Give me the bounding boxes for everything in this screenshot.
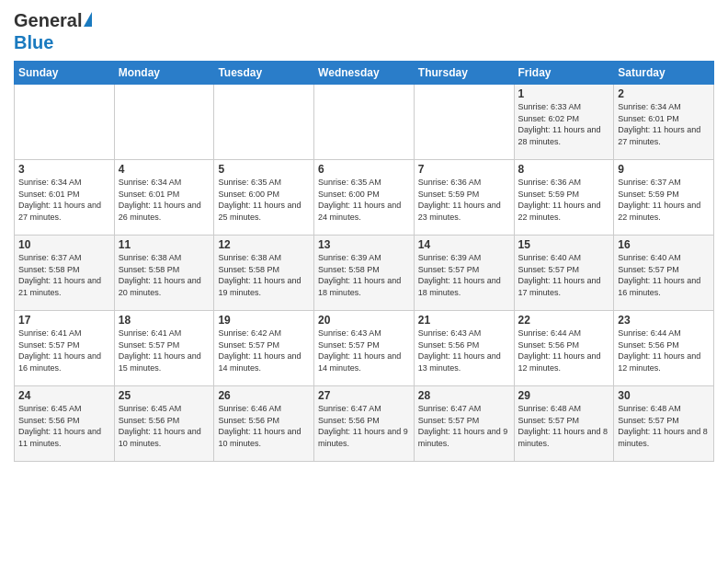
info-line: Sunrise: 6:35 AM (218, 177, 310, 189)
day-info: Sunrise: 6:44 AMSunset: 5:56 PMDaylight:… (618, 327, 710, 373)
day-info: Sunrise: 6:34 AMSunset: 6:01 PMDaylight:… (618, 101, 710, 147)
day-info: Sunrise: 6:39 AMSunset: 5:57 PMDaylight:… (418, 252, 510, 298)
day-number: 7 (418, 163, 510, 176)
info-line: Sunrise: 6:34 AM (618, 101, 710, 113)
info-line: Daylight: 11 hours and 12 minutes. (518, 350, 610, 373)
calendar-cell: 24Sunrise: 6:45 AMSunset: 5:56 PMDayligh… (15, 386, 115, 462)
day-number: 20 (318, 314, 410, 327)
day-info: Sunrise: 6:45 AMSunset: 5:56 PMDaylight:… (18, 403, 110, 449)
day-info: Sunrise: 6:48 AMSunset: 5:57 PMDaylight:… (518, 403, 610, 449)
calendar-cell: 28Sunrise: 6:47 AMSunset: 5:57 PMDayligh… (414, 386, 514, 462)
info-line: Daylight: 11 hours and 24 minutes. (318, 200, 410, 223)
calendar-cell: 7Sunrise: 6:36 AMSunset: 5:59 PMDaylight… (414, 160, 514, 236)
calendar-cell: 8Sunrise: 6:36 AMSunset: 5:59 PMDaylight… (514, 160, 614, 236)
info-line: Sunrise: 6:35 AM (318, 177, 410, 189)
info-line: Sunrise: 6:45 AM (18, 403, 110, 415)
day-info: Sunrise: 6:41 AMSunset: 5:57 PMDaylight:… (119, 327, 210, 373)
info-line: Sunrise: 6:38 AM (218, 252, 310, 264)
day-info: Sunrise: 6:43 AMSunset: 5:57 PMDaylight:… (318, 327, 410, 373)
info-line: Sunrise: 6:48 AM (518, 403, 610, 415)
calendar-cell: 5Sunrise: 6:35 AMSunset: 6:00 PMDaylight… (214, 160, 314, 236)
header: General Blue (14, 9, 714, 53)
day-info: Sunrise: 6:34 AMSunset: 6:01 PMDaylight:… (119, 177, 210, 223)
day-info: Sunrise: 6:41 AMSunset: 5:57 PMDaylight:… (18, 327, 110, 373)
day-number: 21 (418, 314, 510, 327)
calendar-cell: 16Sunrise: 6:40 AMSunset: 5:57 PMDayligh… (614, 236, 714, 311)
info-line: Sunset: 5:57 PM (418, 415, 510, 427)
calendar-cell: 25Sunrise: 6:45 AMSunset: 5:56 PMDayligh… (114, 386, 214, 462)
info-line: Daylight: 11 hours and 11 minutes. (18, 426, 110, 449)
info-line: Daylight: 11 hours and 16 minutes. (18, 350, 110, 373)
calendar-cell: 6Sunrise: 6:35 AMSunset: 6:00 PMDaylight… (314, 160, 415, 236)
info-line: Daylight: 11 hours and 23 minutes. (418, 200, 510, 223)
calendar-cell: 1Sunrise: 6:33 AMSunset: 6:02 PMDaylight… (514, 85, 614, 160)
day-info: Sunrise: 6:35 AMSunset: 6:00 PMDaylight:… (218, 177, 310, 223)
day-number: 4 (119, 163, 210, 176)
calendar-cell: 29Sunrise: 6:48 AMSunset: 5:57 PMDayligh… (514, 386, 614, 462)
info-line: Daylight: 11 hours and 22 minutes. (518, 200, 610, 223)
info-line: Sunrise: 6:36 AM (518, 177, 610, 189)
page-container: General Blue SundayMondayTuesdayWednesda… (0, 0, 728, 471)
info-line: Daylight: 11 hours and 15 minutes. (119, 350, 210, 373)
header-row: SundayMondayTuesdayWednesdayThursdayFrid… (15, 62, 714, 85)
day-number: 30 (618, 389, 710, 402)
day-number: 12 (218, 238, 310, 251)
day-info: Sunrise: 6:44 AMSunset: 5:56 PMDaylight:… (518, 327, 610, 373)
info-line: Sunset: 5:56 PM (218, 415, 310, 427)
info-line: Sunrise: 6:48 AM (618, 403, 710, 415)
header-day: Saturday (614, 62, 714, 85)
info-line: Daylight: 11 hours and 22 minutes. (618, 200, 710, 223)
info-line: Sunset: 5:57 PM (618, 264, 710, 276)
day-info: Sunrise: 6:33 AMSunset: 6:02 PMDaylight:… (518, 101, 610, 147)
day-number: 29 (518, 389, 610, 402)
day-number: 26 (218, 389, 310, 402)
info-line: Daylight: 11 hours and 13 minutes. (418, 350, 510, 373)
info-line: Sunset: 5:56 PM (18, 415, 110, 427)
info-line: Daylight: 11 hours and 8 minutes. (618, 426, 710, 449)
info-line: Daylight: 11 hours and 25 minutes. (218, 200, 310, 223)
info-line: Daylight: 11 hours and 21 minutes. (18, 275, 110, 298)
info-line: Sunrise: 6:37 AM (18, 252, 110, 264)
header-day: Thursday (414, 62, 514, 85)
day-number: 17 (18, 314, 110, 327)
info-line: Sunset: 5:57 PM (119, 339, 210, 351)
info-line: Sunrise: 6:41 AM (18, 327, 110, 339)
day-number: 22 (518, 314, 610, 327)
info-line: Daylight: 11 hours and 28 minutes. (518, 124, 610, 147)
day-number: 6 (318, 163, 410, 176)
day-info: Sunrise: 6:40 AMSunset: 5:57 PMDaylight:… (618, 252, 710, 298)
info-line: Sunset: 6:01 PM (119, 189, 210, 201)
calendar-cell: 2Sunrise: 6:34 AMSunset: 6:01 PMDaylight… (614, 85, 714, 160)
day-info: Sunrise: 6:42 AMSunset: 5:57 PMDaylight:… (218, 327, 310, 373)
info-line: Sunrise: 6:42 AM (218, 327, 310, 339)
info-line: Sunset: 5:59 PM (418, 189, 510, 201)
info-line: Sunrise: 6:34 AM (119, 177, 210, 189)
calendar-cell: 10Sunrise: 6:37 AMSunset: 5:58 PMDayligh… (15, 236, 115, 311)
day-number: 15 (518, 238, 610, 251)
info-line: Daylight: 11 hours and 16 minutes. (618, 275, 710, 298)
calendar-table: SundayMondayTuesdayWednesdayThursdayFrid… (14, 61, 714, 462)
day-info: Sunrise: 6:43 AMSunset: 5:56 PMDaylight:… (418, 327, 510, 373)
day-number: 5 (218, 163, 310, 176)
day-number: 2 (618, 87, 710, 100)
info-line: Sunset: 5:59 PM (618, 189, 710, 201)
day-number: 1 (518, 87, 610, 100)
info-line: Daylight: 11 hours and 20 minutes. (119, 275, 210, 298)
info-line: Daylight: 11 hours and 27 minutes. (18, 200, 110, 223)
info-line: Sunset: 5:57 PM (618, 415, 710, 427)
calendar-cell: 21Sunrise: 6:43 AMSunset: 5:56 PMDayligh… (414, 311, 514, 386)
day-number: 14 (418, 238, 510, 251)
info-line: Sunrise: 6:40 AM (618, 252, 710, 264)
info-line: Daylight: 11 hours and 19 minutes. (218, 275, 310, 298)
info-line: Sunrise: 6:41 AM (119, 327, 210, 339)
info-line: Daylight: 11 hours and 9 minutes. (418, 426, 510, 449)
header-day: Tuesday (214, 62, 314, 85)
calendar-cell: 23Sunrise: 6:44 AMSunset: 5:56 PMDayligh… (614, 311, 714, 386)
info-line: Sunrise: 6:44 AM (618, 327, 710, 339)
info-line: Daylight: 11 hours and 18 minutes. (318, 275, 410, 298)
day-number: 24 (18, 389, 110, 402)
info-line: Sunset: 6:01 PM (618, 113, 710, 125)
day-info: Sunrise: 6:47 AMSunset: 5:57 PMDaylight:… (418, 403, 510, 449)
info-line: Daylight: 11 hours and 10 minutes. (119, 426, 210, 449)
info-line: Sunrise: 6:39 AM (418, 252, 510, 264)
